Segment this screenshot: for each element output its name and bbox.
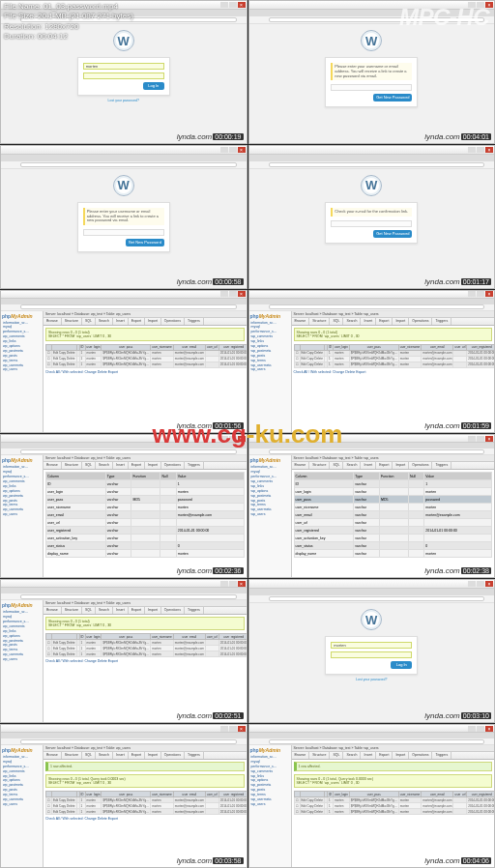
edit-row[interactable]: user_statusvarchar0 — [46, 542, 245, 550]
thumb-6[interactable]: × phpMyAdmininformation_sc…mysqlperforma… — [248, 290, 496, 434]
tab-structure[interactable]: Structure — [309, 318, 330, 325]
tab-search[interactable]: Search — [343, 752, 361, 759]
tab-triggers[interactable]: Triggers — [432, 752, 451, 759]
tab-export[interactable]: Export — [376, 462, 393, 469]
edit-row[interactable]: user_registeredvarchar2014-01-01 00:00:0… — [294, 527, 492, 535]
close-icon[interactable]: × — [485, 291, 493, 297]
maximize-icon[interactable] — [229, 726, 237, 732]
tab-triggers[interactable]: Triggers — [185, 318, 204, 325]
tab-search[interactable]: Search — [96, 752, 113, 759]
tab-export[interactable]: Export — [376, 752, 393, 759]
tab-export[interactable]: Export — [129, 607, 145, 614]
tab-structure[interactable]: Structure — [309, 462, 330, 469]
close-icon[interactable]: × — [485, 581, 493, 587]
tab-sql[interactable]: SQL — [82, 318, 96, 325]
table-row[interactable]: ☐Edit Copy Delete1morten$P$BRy/cRX9mMQH2… — [46, 362, 247, 367]
username-input[interactable]: morten — [83, 63, 164, 70]
tab-triggers[interactable]: Triggers — [432, 462, 451, 469]
tab-import[interactable]: Import — [145, 462, 161, 469]
tab-export[interactable]: Export — [129, 752, 145, 759]
edit-row[interactable]: user_urlvarchar — [294, 519, 492, 527]
tab-import[interactable]: Import — [145, 318, 161, 325]
minimize-icon[interactable] — [468, 291, 476, 297]
tab-operations[interactable]: Operations — [161, 752, 185, 759]
tab-export[interactable]: Export — [129, 462, 145, 469]
thumb-12[interactable]: × phpMyAdmininformation_sc…mysqlperforma… — [248, 724, 496, 868]
tree-item[interactable]: wp_users — [250, 367, 290, 372]
password-input[interactable] — [83, 72, 164, 79]
minimize-icon[interactable] — [468, 147, 476, 153]
tab-search[interactable]: Search — [96, 607, 113, 614]
url-input[interactable] — [269, 739, 485, 744]
edit-row[interactable]: user_passvarcharMD5password — [294, 496, 492, 504]
close-icon[interactable]: × — [238, 147, 246, 153]
tree-item[interactable]: wp_users — [2, 802, 42, 807]
tab-sql[interactable]: SQL — [82, 607, 96, 614]
thumb-7[interactable]: × phpMyAdmininformation_sc…mysqlperforma… — [0, 434, 248, 578]
tab-operations[interactable]: Operations — [161, 318, 185, 325]
url-input[interactable] — [20, 304, 237, 309]
tab-import[interactable]: Import — [393, 752, 409, 759]
tab-triggers[interactable]: Triggers — [185, 462, 204, 469]
login-button[interactable]: Log In — [143, 82, 164, 90]
data-table[interactable]: IDuser_loginuser_passuser_nicenameuser_e… — [45, 344, 247, 368]
get-password-button[interactable]: Get New Password — [373, 94, 412, 101]
tab-search[interactable]: Search — [343, 462, 361, 469]
tab-structure[interactable]: Structure — [62, 607, 82, 614]
thumb-11[interactable]: × phpMyAdmininformation_sc…mysqlperforma… — [0, 724, 248, 868]
table-row[interactable]: ☐Edit Copy Delete1morten$P$BRy/cRX9mMQH2… — [46, 651, 247, 657]
maximize-icon[interactable] — [477, 436, 484, 442]
thumb-4[interactable]: × W Check your e-mail for the confirmati… — [248, 145, 496, 289]
tab-insert[interactable]: Insert — [361, 752, 376, 759]
tab-operations[interactable]: Operations — [161, 462, 185, 469]
url-input[interactable] — [269, 304, 485, 309]
close-icon[interactable]: × — [238, 291, 246, 297]
minimize-icon[interactable] — [220, 2, 228, 8]
tab-sql[interactable]: SQL — [330, 752, 343, 759]
tab-triggers[interactable]: Triggers — [185, 607, 204, 614]
edit-row[interactable]: user_activation_keyvarchar — [46, 535, 245, 542]
lost-password-link[interactable]: Lost your password? — [356, 678, 387, 681]
url-input[interactable] — [269, 596, 485, 601]
tab-structure[interactable]: Structure — [62, 462, 82, 469]
tab-operations[interactable]: Operations — [409, 752, 432, 759]
edit-row[interactable]: user_passvarcharMD5password — [46, 496, 245, 504]
table-row[interactable]: ☐Edit Copy Delete1morten$P$BRy/cRX9mMQH2… — [294, 362, 494, 367]
minimize-icon[interactable] — [220, 581, 228, 587]
tab-import[interactable]: Import — [145, 607, 161, 614]
tab-sql[interactable]: SQL — [330, 462, 343, 469]
url-input[interactable] — [20, 739, 237, 744]
tab-triggers[interactable]: Triggers — [432, 318, 451, 325]
thumb-10[interactable]: × W morten Log In Lost your password? ly… — [248, 579, 496, 723]
get-password-button[interactable]: Get New Password — [126, 239, 164, 246]
tab-export[interactable]: Export — [376, 318, 393, 325]
tab-browse[interactable]: Browse — [44, 607, 62, 614]
tree-item[interactable]: wp_users — [250, 512, 290, 517]
tab-operations[interactable]: Operations — [409, 462, 432, 469]
tab-operations[interactable]: Operations — [409, 318, 432, 325]
thumb-3[interactable]: × W Please enter your username or email … — [0, 145, 248, 289]
tab-browse[interactable]: Browse — [44, 318, 62, 325]
edit-row[interactable]: user_nicenamevarcharmorten — [46, 504, 245, 511]
url-input[interactable] — [269, 162, 485, 167]
tab-import[interactable]: Import — [145, 752, 161, 759]
username-input[interactable]: morten — [331, 642, 412, 649]
tab-insert[interactable]: Insert — [113, 318, 129, 325]
minimize-icon[interactable] — [220, 726, 228, 732]
tree-item[interactable]: wp_users — [2, 657, 42, 662]
edit-row[interactable]: user_loginvarcharmorten — [294, 488, 492, 496]
minimize-icon[interactable] — [220, 147, 228, 153]
edit-row-form[interactable]: ColumnTypeFunctionNullValueIDvarchar1use… — [45, 472, 245, 558]
tab-browse[interactable]: Browse — [292, 318, 310, 325]
tab-structure[interactable]: Structure — [62, 752, 82, 759]
maximize-icon[interactable] — [229, 436, 237, 442]
maximize-icon[interactable] — [229, 147, 237, 153]
maximize-icon[interactable] — [229, 581, 237, 587]
nav-tree[interactable]: information_sc…mysqlperformance_s…wp_com… — [2, 321, 42, 373]
url-input[interactable] — [20, 594, 237, 599]
maximize-icon[interactable] — [477, 291, 484, 297]
close-icon[interactable]: × — [238, 581, 246, 587]
maximize-icon[interactable] — [477, 147, 484, 153]
maximize-icon[interactable] — [229, 291, 237, 297]
edit-row[interactable]: IDvarchar1 — [294, 480, 492, 488]
